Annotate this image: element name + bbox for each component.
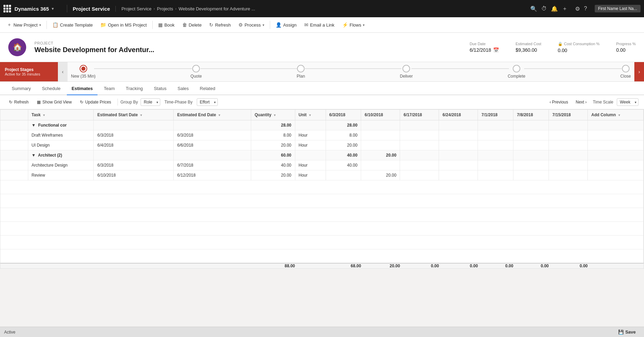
- time-scale-select[interactable]: Week: [617, 98, 638, 106]
- email-link-button[interactable]: ✉ Email a Link: [301, 20, 338, 30]
- row-start-arch-design: 6/3/2018: [94, 160, 174, 170]
- recent-icon[interactable]: ⏱: [541, 6, 547, 12]
- stage-step-plan[interactable]: Plan: [297, 65, 305, 79]
- update-prices-button[interactable]: ↻ Update Prices: [76, 98, 114, 106]
- user-menu[interactable]: First Name Last Na...: [595, 5, 641, 12]
- stage-line-4: [524, 68, 622, 69]
- row-7-15-arch-design: [549, 160, 588, 170]
- group-unit-arch: [295, 150, 326, 160]
- group-collapse-functional[interactable]: ▼: [32, 123, 36, 128]
- help-icon[interactable]: ?: [584, 6, 587, 12]
- tab-schedule[interactable]: Schedule: [37, 82, 65, 95]
- group-add-functional: [588, 120, 644, 130]
- row-empty-2: [0, 160, 28, 170]
- tab-related[interactable]: Related: [195, 82, 220, 95]
- cost-consumption-field: 🔒 Cost Consumption % 0.00: [558, 42, 600, 53]
- search-icon[interactable]: 🔍: [530, 6, 537, 12]
- flows-button[interactable]: ⚡ Flows ▾: [339, 20, 368, 30]
- group-name-functional[interactable]: ▼ Functional cor: [28, 120, 94, 130]
- row-qty-arch-design: 40.00: [251, 160, 295, 170]
- project-meta: Due Date 6/12/2018 📅 Estimated Cost $9,3…: [470, 42, 636, 53]
- row-7-1-review: [478, 170, 513, 180]
- col-header-add[interactable]: Add Column ▼: [588, 110, 644, 120]
- toolbar-right: ‹ Previous Next › Time Scale Week: [547, 98, 638, 106]
- breadcrumb-item-1[interactable]: Projects: [157, 6, 173, 11]
- stage-nav-left[interactable]: ‹: [58, 62, 68, 81]
- flows-label: Flows: [350, 22, 361, 28]
- table-header-row: Task ▼ Estimated Start Date ▼ Estimated …: [0, 110, 644, 120]
- tab-team[interactable]: Team: [99, 82, 120, 95]
- time-phase-select-wrap[interactable]: Effort: [197, 98, 218, 106]
- add-icon[interactable]: ＋: [562, 5, 568, 12]
- open-ms-project-button[interactable]: 📁 Open in MS Project: [97, 20, 150, 30]
- row-task-review[interactable]: Review: [28, 170, 94, 180]
- tab-summary[interactable]: Summary: [7, 82, 36, 95]
- group-7-8-functional: [513, 120, 549, 130]
- stage-bar: Project Stages Active for 35 minutes ‹ N…: [0, 62, 644, 82]
- row-7-8-arch-design: [513, 160, 549, 170]
- stage-step-new[interactable]: New (35 Min): [71, 65, 95, 79]
- tab-sales[interactable]: Sales: [173, 82, 194, 95]
- stage-step-close[interactable]: Close: [620, 65, 631, 79]
- row-task-arch-design[interactable]: Architecture Design: [28, 160, 94, 170]
- group-by-select[interactable]: Role: [141, 98, 160, 106]
- col-header-task[interactable]: Task ▼: [28, 110, 94, 120]
- assign-button[interactable]: 👤 Assign: [272, 20, 300, 30]
- new-project-button[interactable]: ＋ New Project ▾: [3, 20, 44, 30]
- time-phase-select[interactable]: Effort: [197, 98, 218, 106]
- stage-line-1: [201, 68, 298, 69]
- refresh-label: Refresh: [215, 22, 231, 28]
- settings-icon[interactable]: ⚙: [575, 6, 580, 12]
- row-start-ui: 6/4/2018: [94, 140, 174, 150]
- tab-tracking[interactable]: Tracking: [121, 82, 147, 95]
- group-by-label: Group By: [121, 100, 138, 105]
- col-header-quantity[interactable]: Quantity ▼: [251, 110, 295, 120]
- col-header-unit[interactable]: Unit ▼: [295, 110, 326, 120]
- breadcrumb-item-0[interactable]: Project Service: [121, 6, 151, 11]
- brand-logo[interactable]: Dynamics 365 ▾: [3, 5, 67, 12]
- row-6-3-draft: 8.00: [326, 130, 361, 140]
- show-grid-view-button[interactable]: ▦ Show Grid View: [33, 98, 75, 106]
- breadcrumb-item-2[interactable]: Website Development for Adventure ...: [178, 6, 255, 11]
- row-start-draft: 6/3/2018: [94, 130, 174, 140]
- flows-chevron: ▾: [363, 23, 365, 27]
- notifications-icon[interactable]: 🔔: [551, 6, 558, 12]
- estimates-toolbar: ↻ Refresh ▦ Show Grid View ↻ Update Pric…: [0, 95, 644, 109]
- next-button[interactable]: Next ›: [573, 98, 590, 106]
- group-collapse-architect[interactable]: ▼: [32, 153, 36, 158]
- stage-line-3: [411, 68, 509, 69]
- col-header-end-date[interactable]: Estimated End Date ▼: [174, 110, 251, 120]
- group-name-architect[interactable]: ▼ Architect (2): [28, 150, 94, 160]
- calendar-icon[interactable]: 📅: [493, 47, 499, 53]
- row-add-review: [588, 170, 644, 180]
- due-date-label: Due Date: [470, 42, 499, 46]
- stage-line-2: [304, 68, 401, 69]
- estimates-table-wrapper: Task ▼ Estimated Start Date ▼ Estimated …: [0, 109, 644, 269]
- update-prices-icon: ↻: [80, 100, 83, 105]
- new-project-icon: ＋: [7, 22, 12, 28]
- waffle-icon: [3, 5, 11, 12]
- row-task-ui[interactable]: UI Design: [28, 140, 94, 150]
- brand-chevron[interactable]: ▾: [52, 7, 54, 11]
- process-button[interactable]: ⚙ Process ▾: [235, 20, 268, 30]
- previous-button[interactable]: ‹ Previous: [547, 98, 571, 106]
- tab-estimates[interactable]: Estimates: [67, 82, 98, 95]
- footer-cell-3: [174, 263, 251, 268]
- row-task-draft[interactable]: Draft Wireframes: [28, 130, 94, 140]
- stage-step-quote[interactable]: Quote: [191, 65, 202, 79]
- book-button[interactable]: ▦ Book: [155, 20, 178, 30]
- group-by-select-wrap[interactable]: Role: [141, 98, 160, 106]
- stage-step-deliver[interactable]: Deliver: [400, 65, 413, 79]
- table-row: UI Design 6/4/2018 6/6/2018 20.00 Hour 2…: [0, 140, 644, 150]
- row-unit-review: Hour: [295, 170, 326, 180]
- time-scale-select-wrap[interactable]: Week: [617, 98, 638, 106]
- delete-button[interactable]: 🗑 Delete: [179, 20, 205, 30]
- stage-nav-right[interactable]: ›: [634, 62, 644, 81]
- col-header-start-date[interactable]: Estimated Start Date ▼: [94, 110, 174, 120]
- row-6-3-arch-design: 40.00: [326, 160, 361, 170]
- stage-step-complete[interactable]: Complete: [508, 65, 525, 79]
- estimates-refresh-button[interactable]: ↻ Refresh: [6, 98, 32, 106]
- create-template-button[interactable]: 📋 Create Template: [49, 20, 96, 30]
- refresh-button[interactable]: ↻ Refresh: [206, 20, 234, 30]
- tab-status[interactable]: Status: [149, 82, 171, 95]
